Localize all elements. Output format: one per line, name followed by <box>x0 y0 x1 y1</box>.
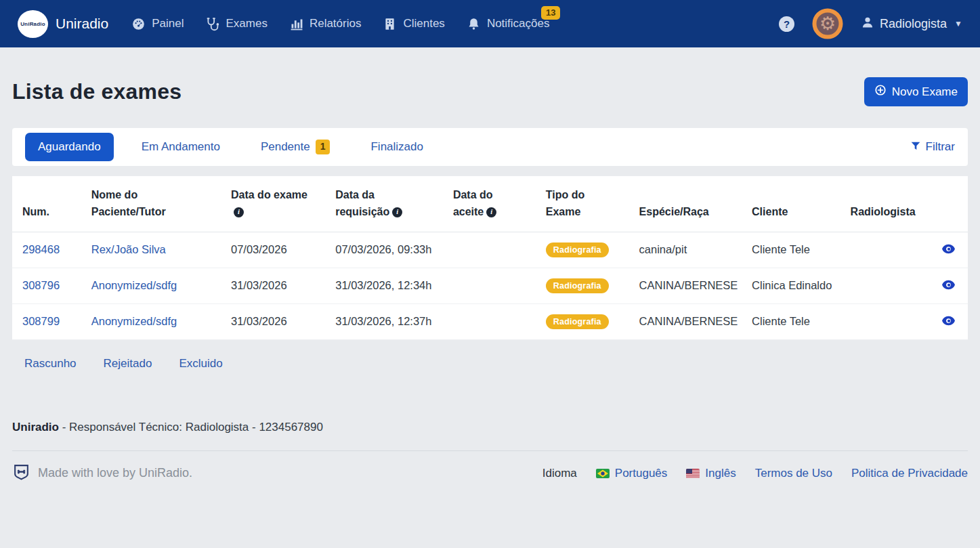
view-exam-button[interactable] <box>940 278 957 293</box>
language-portugues[interactable]: Português <box>596 467 668 480</box>
brazil-flag-icon <box>596 469 610 478</box>
chevron-down-icon: ▼ <box>954 19 962 28</box>
patient-link[interactable]: Anonymized/sdfg <box>91 279 177 291</box>
bar-chart-icon <box>289 17 303 31</box>
notifications-badge: 13 <box>541 6 560 20</box>
exam-type-badge: Radiografia <box>546 314 609 329</box>
nav-item-painel[interactable]: Painel <box>131 17 184 31</box>
tab-pendente[interactable]: Pendente 1 <box>248 132 343 162</box>
tab-em-andamento[interactable]: Em Andamento <box>129 133 233 161</box>
eye-icon <box>941 280 956 290</box>
exam-date-cell: 07/03/2026 <box>224 232 328 268</box>
species-cell: canina/pit <box>633 232 745 268</box>
gear-icon[interactable]: ⚙ <box>819 15 836 33</box>
table-row: 308799 Anonymized/sdfg 31/03/2026 31/03/… <box>12 303 968 339</box>
exam-number-link[interactable]: 298468 <box>22 243 60 255</box>
exams-table: Num. Nome do Paciente/Tutor Data do exam… <box>12 176 968 340</box>
radiologist-cell <box>844 268 933 303</box>
new-exam-button[interactable]: Novo Exame <box>864 77 968 106</box>
language-label: Idioma <box>542 467 577 480</box>
nav-item-label: Relatórios <box>310 17 362 30</box>
exam-number-link[interactable]: 308796 <box>22 279 60 291</box>
user-icon <box>861 16 874 33</box>
terms-link[interactable]: Termos de Uso <box>755 467 832 480</box>
col-exam-type: Tipo do Exame <box>539 176 633 232</box>
view-exam-button[interactable] <box>940 243 957 257</box>
pendente-badge: 1 <box>316 140 331 154</box>
col-request-date: Data da requisiçãoi <box>328 176 446 232</box>
language-ingles-label: Inglês <box>705 467 736 480</box>
eye-icon <box>941 316 956 326</box>
nav-item-label: Painel <box>152 17 184 30</box>
col-patient: Nome do Paciente/Tutor <box>85 176 224 232</box>
user-label: Radiologista <box>880 17 947 31</box>
client-cell: Cliente Tele <box>745 303 844 339</box>
tab-label: Aguardando <box>38 140 101 154</box>
plus-circle-icon <box>874 84 887 100</box>
help-icon[interactable]: ? <box>779 16 794 32</box>
table-row: 298468 Rex/João Silva 07/03/2026 07/03/2… <box>12 232 968 268</box>
accept-date-cell <box>446 303 539 339</box>
col-radiologist: Radiologista <box>844 176 933 232</box>
exam-date-cell: 31/03/2026 <box>224 303 328 339</box>
col-num: Num. <box>12 176 85 232</box>
info-icon[interactable]: i <box>392 207 402 217</box>
nav-item-clientes[interactable]: Clientes <box>383 17 444 31</box>
exam-number-link[interactable]: 308799 <box>22 315 60 327</box>
exam-type-badge: Radiografia <box>546 278 609 293</box>
tabs-strip: Aguardando Em Andamento Pendente 1 Final… <box>12 128 968 166</box>
info-icon[interactable]: i <box>234 207 244 217</box>
nav-item-label: Notificações <box>487 17 550 30</box>
tab-label: Em Andamento <box>142 140 220 154</box>
col-accept-date: Data do aceitei <box>446 176 539 232</box>
client-cell: Cliente Tele <box>745 232 844 268</box>
language-ingles[interactable]: Inglês <box>686 467 736 480</box>
link-rascunho[interactable]: Rascunho <box>24 357 77 371</box>
info-icon[interactable]: i <box>486 207 496 217</box>
view-exam-button[interactable] <box>940 314 957 329</box>
table-row: 308796 Anonymized/sdfg 31/03/2026 31/03/… <box>12 268 968 303</box>
nav-item-label: Exames <box>226 17 267 30</box>
exam-type-badge: Radiografia <box>546 243 609 257</box>
link-excluido[interactable]: Excluido <box>179 357 222 371</box>
accept-date-cell <box>446 232 539 268</box>
patient-link[interactable]: Anonymized/sdfg <box>91 315 177 327</box>
filter-icon <box>910 140 921 154</box>
species-cell: CANINA/BERNESE <box>633 303 745 339</box>
link-rejeitado[interactable]: Rejeitado <box>104 357 152 371</box>
usa-flag-icon <box>686 469 700 478</box>
language-portugues-label: Português <box>615 467 668 480</box>
tab-label: Finalizado <box>370 140 423 154</box>
client-cell: Clinica Edinaldo <box>745 268 844 303</box>
tab-finalizado[interactable]: Finalizado <box>358 133 436 161</box>
user-menu[interactable]: Radiologista ▼ <box>861 16 962 33</box>
settings-wrap: ⚙ <box>809 5 847 43</box>
footer-bottom: Made with love by UniRadio. Idioma Portu… <box>12 451 968 484</box>
filter-label: Filtrar <box>926 140 955 154</box>
nav-items: Painel Exames Relatórios Clientes Notifi… <box>131 17 779 31</box>
page-title: Lista de exames <box>12 79 182 104</box>
request-date-cell: 07/03/2026, 09:33h <box>328 232 446 268</box>
nav-item-relatorios[interactable]: Relatórios <box>289 17 362 31</box>
privacy-link[interactable]: Politica de Privacidade <box>851 467 968 480</box>
nav-item-label: Clientes <box>403 17 444 30</box>
eye-icon <box>941 244 956 254</box>
exams-table-card: Num. Nome do Paciente/Tutor Data do exam… <box>12 176 968 340</box>
footer-links: Idioma Português Inglês Termos de Uso Po… <box>542 467 968 480</box>
table-header-row: Num. Nome do Paciente/Tutor Data do exam… <box>12 176 968 232</box>
gauge-icon <box>131 17 146 31</box>
nav-item-notificacoes[interactable]: Notificações 13 <box>467 17 550 31</box>
col-client: Cliente <box>745 176 844 232</box>
nav-item-exames[interactable]: Exames <box>205 17 267 31</box>
footer-info-text: - Responsável Técnico: Radiologista - 12… <box>59 421 323 434</box>
species-cell: CANINA/BERNESE <box>633 268 745 303</box>
filter-button[interactable]: Filtrar <box>910 140 955 154</box>
radiologist-cell <box>844 232 933 268</box>
col-exam-date: Data do exame i <box>224 176 328 232</box>
radiologist-cell <box>844 303 933 339</box>
col-actions <box>933 176 968 232</box>
tab-aguardando[interactable]: Aguardando <box>25 133 114 161</box>
responsible-info: Uniradio - Responsável Técnico: Radiolog… <box>12 421 968 434</box>
brand[interactable]: UniRadio Uniradio <box>18 10 108 38</box>
patient-link[interactable]: Rex/João Silva <box>91 243 166 255</box>
